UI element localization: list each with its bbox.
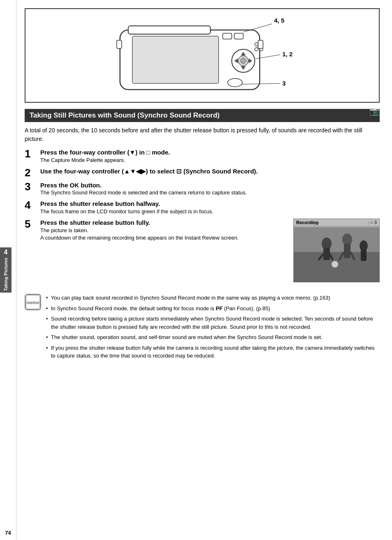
svg-text:1, 2: 1, 2 (282, 51, 293, 58)
step-1-desc: The Capture Mode Palette appears. (40, 157, 380, 164)
step-4-title: Press the shutter release button halfway… (40, 200, 380, 208)
svg-rect-10 (223, 33, 232, 39)
step-3-title: Press the OK button. (40, 181, 380, 189)
step-5-title: Press the shutter release button fully. (40, 219, 287, 227)
step-3-content: Press the OK button. The Synchro Sound R… (40, 181, 380, 197)
svg-text:memo: memo (27, 300, 39, 305)
step-4-desc: The focus frame on the LCD monitor turns… (40, 208, 380, 215)
svg-rect-2 (132, 36, 219, 83)
section-title: Taking Still Pictures with Sound (Synchr… (25, 109, 380, 122)
step-3: 3 Press the OK button. The Synchro Sound… (25, 181, 380, 197)
step-5-row: Press the shutter release button fully. … (40, 219, 380, 282)
step-4-content: Press the shutter release button halfway… (40, 200, 380, 215)
chapter-label: Taking Pictures (3, 258, 8, 291)
svg-point-9 (240, 58, 246, 64)
recording-screen: Recording ○ 3 (293, 219, 380, 282)
step-5-text: Press the shutter release button fully. … (40, 219, 287, 242)
step-1-title: Press the four-way controller (▼) in □ m… (40, 148, 380, 157)
step-3-desc: The Synchro Sound Record mode is selecte… (40, 189, 380, 196)
svg-text:3: 3 (282, 80, 286, 87)
step-2-number: 2 (25, 167, 36, 178)
steps-container: 1 Press the four-way controller (▼) in □… (25, 148, 380, 282)
chapter-tab: 4 Taking Pictures (0, 247, 12, 293)
svg-rect-11 (234, 33, 243, 39)
step-2-title: Use the four-way controller (▲▼◀▶) to se… (40, 167, 380, 175)
svg-rect-28 (323, 248, 330, 260)
recording-label: Recording (296, 220, 318, 225)
svg-point-16 (228, 78, 242, 87)
step-2: 2 Use the four-way controller (▲▼◀▶) to … (25, 167, 380, 178)
step-5-desc-1: The picture is taken. (40, 227, 287, 234)
step-5-number: 5 (25, 219, 36, 229)
svg-point-14 (255, 48, 258, 51)
step-4-number: 4 (25, 200, 36, 210)
step-2-content: Use the four-way controller (▲▼◀▶) to se… (40, 167, 380, 175)
main-content: 4, 5 1, 2 3 📷 Taking Still Pictures with… (16, 0, 392, 540)
camera-mode-icon: 📷 (369, 106, 380, 116)
memo-item-3: Sound recording before taking a picture … (46, 315, 380, 331)
step-1: 1 Press the four-way controller (▼) in □… (25, 148, 380, 164)
recording-count: ○ 3 (370, 220, 377, 225)
step-5: 5 Press the shutter release button fully… (25, 219, 380, 282)
left-sidebar: 4 Taking Pictures 74 (0, 0, 16, 540)
step-4: 4 Press the shutter release button halfw… (25, 200, 380, 215)
svg-rect-1 (128, 26, 210, 34)
memo-icon: memo (25, 294, 41, 310)
memo-list: You can play back sound recorded in Sync… (46, 294, 380, 362)
step-5-desc-2: A countdown of the remaining recording t… (40, 234, 287, 242)
memo-item-1: You can play back sound recorded in Sync… (46, 294, 380, 302)
recording-overlay: Recording ○ 3 (294, 219, 379, 226)
intro-text: A total of 20 seconds, the 10 seconds be… (25, 126, 380, 143)
svg-rect-18 (258, 40, 263, 48)
memo-section: memo You can play back sound recorded in… (25, 290, 380, 362)
svg-rect-36 (361, 249, 367, 261)
step-5-content: Press the shutter release button fully. … (40, 219, 380, 282)
memo-item-4: The shutter sound, operation sound, and … (46, 333, 380, 342)
svg-rect-17 (117, 40, 122, 48)
svg-point-12 (255, 43, 258, 46)
memo-item-5: If you press the shutter release button … (46, 344, 380, 360)
page-number: 74 (5, 530, 11, 536)
svg-line-19 (243, 24, 272, 32)
svg-rect-32 (344, 244, 350, 258)
step-1-content: Press the four-way controller (▼) in □ m… (40, 148, 380, 164)
svg-text:4, 5: 4, 5 (274, 18, 284, 24)
soccer-scene-svg: Recording ○ 3 (294, 219, 380, 282)
memo-item-2: In Synchro Sound Record mode, the defaul… (46, 305, 380, 313)
camera-diagram: 4, 5 1, 2 3 (25, 8, 380, 103)
svg-point-37 (332, 261, 338, 268)
step-3-number: 3 (25, 181, 36, 192)
chapter-number: 4 (4, 249, 8, 256)
camera-diagram-svg: 4, 5 1, 2 3 (95, 18, 309, 94)
step-1-number: 1 (25, 148, 36, 159)
